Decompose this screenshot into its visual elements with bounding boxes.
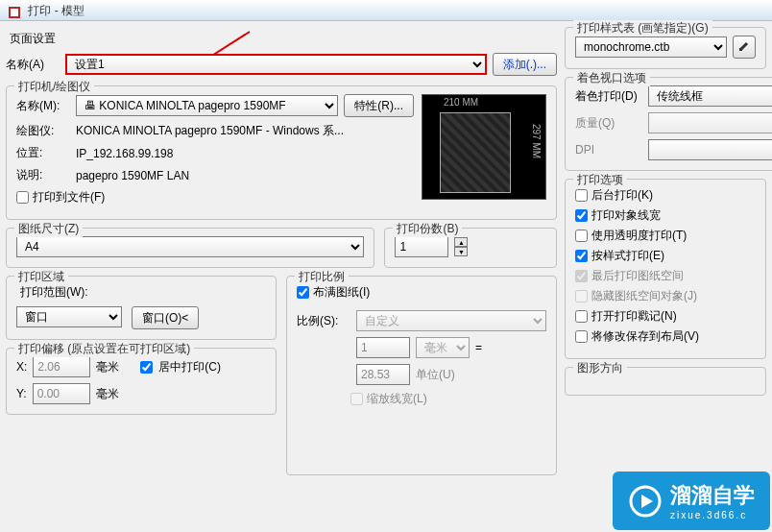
opt-last-checkbox <box>575 270 588 282</box>
name-label: 名称(A) <box>6 57 60 73</box>
add-button[interactable]: 添加(.)... <box>493 53 557 76</box>
x-label: X: <box>16 360 27 374</box>
window-button[interactable]: 窗口(O)< <box>132 306 199 329</box>
viewport-section: 着色视口选项 着色打印(D) 传统线框 质量(Q) DPI <box>565 77 772 171</box>
titlebar: 打印 - 模型 <box>0 0 772 21</box>
opt-bg-checkbox[interactable] <box>575 189 588 202</box>
opt-bg-label: 后台打印(K) <box>591 187 653 204</box>
ratio-label: 比例(S): <box>297 313 350 329</box>
paper-size-select[interactable]: A4 <box>16 236 364 257</box>
plotter-label: 绘图仪: <box>16 123 70 139</box>
pencil-icon <box>738 40 750 52</box>
den-unit: 单位(U) <box>416 367 455 383</box>
offset-section: 打印偏移 (原点设置在可打印区域) X: 毫米 居中打印(C) Y: 毫米 <box>6 348 277 415</box>
scale-section: 打印比例 布满图纸(I) 比例(S): 自定义 <box>286 276 557 475</box>
offset-x-input <box>33 356 90 377</box>
opt-hide-label: 隐藏图纸空间对象(J) <box>591 288 697 304</box>
print-options-section: 打印选项 后台打印(K) 打印对象线宽 使用透明度打印(T) 按样式打印(E) … <box>565 179 766 359</box>
fit-label: 布满图纸(I) <box>313 284 370 301</box>
range-label: 打印范围(W): <box>16 284 266 301</box>
ratio-select: 自定义 <box>356 310 546 331</box>
plot-style-select[interactable]: monochrome.ctb <box>575 36 727 58</box>
svg-marker-7 <box>641 495 653 508</box>
paper-size-section: 图纸尺寸(Z) A4 <box>6 228 374 268</box>
print-to-file-label: 打印到文件(F) <box>33 189 105 206</box>
copies-legend: 打印份数(B) <box>393 221 462 237</box>
printer-legend: 打印机/绘图仪 <box>14 79 94 95</box>
orientation-legend: 图形方向 <box>573 360 627 376</box>
opt-lw-checkbox[interactable] <box>575 209 588 222</box>
svg-rect-1 <box>11 9 18 16</box>
scale-den-input <box>356 364 410 385</box>
watermark-text: 溜溜自学 <box>670 481 755 510</box>
plot-style-legend: 打印样式表 (画笔指定)(G) <box>573 20 712 36</box>
quality-select <box>648 112 772 133</box>
preview-width: 210 MM <box>444 97 478 108</box>
watermark: 溜溜自学 zixue.3d66.c <box>613 472 770 530</box>
scale-legend: 打印比例 <box>295 269 349 285</box>
scale-lw-label: 缩放线宽(L) <box>367 391 427 407</box>
offset-y-input <box>33 383 90 404</box>
watermark-sub: zixue.3d66.c <box>670 510 755 520</box>
scale-num-input <box>356 337 410 358</box>
y-label: Y: <box>16 387 27 400</box>
shade-select[interactable]: 传统线框 <box>648 85 772 107</box>
paper-preview: 210 MM 297 MM <box>422 94 546 200</box>
location-value: IP_192.168.99.198 <box>76 147 173 160</box>
print-to-file-checkbox[interactable] <box>16 191 29 204</box>
shade-label: 着色打印(D) <box>575 88 642 105</box>
opt-hide-checkbox <box>575 290 588 302</box>
dpi-label: DPI <box>575 143 642 157</box>
print-options-legend: 打印选项 <box>573 172 627 188</box>
opt-stamp-label: 打开打印戳记(N) <box>591 308 677 325</box>
desc-value: pagepro 1590MF LAN <box>76 169 189 182</box>
scale-unit-select: 毫米 <box>416 337 470 358</box>
properties-button[interactable]: 特性(R)... <box>344 94 414 117</box>
page-settings-legend: 页面设置 <box>6 31 557 47</box>
location-label: 位置: <box>16 145 70 161</box>
fit-checkbox[interactable] <box>297 286 309 299</box>
orientation-section: 图形方向 <box>565 367 766 396</box>
opt-lw-label: 打印对象线宽 <box>591 207 661 224</box>
copies-up[interactable]: ▲ <box>454 237 468 247</box>
plotter-value: KONICA MINOLTA pagepro 1590MF - Windows … <box>76 123 344 139</box>
opt-style-label: 按样式打印(E) <box>591 248 664 264</box>
copies-input[interactable] <box>395 236 448 257</box>
y-unit: 毫米 <box>96 386 119 402</box>
opt-stamp-checkbox[interactable] <box>575 310 588 323</box>
center-label: 居中打印(C) <box>158 359 221 375</box>
scale-lw-checkbox <box>350 393 363 405</box>
opt-save-checkbox[interactable] <box>575 330 588 343</box>
svg-line-5 <box>741 43 747 49</box>
print-range-select[interactable]: 窗口 <box>16 306 122 327</box>
opt-last-label: 最后打印图纸空间 <box>591 268 684 284</box>
app-icon <box>8 5 21 18</box>
desc-label: 说明: <box>16 167 70 183</box>
print-area-legend: 打印区域 <box>14 269 68 285</box>
center-checkbox[interactable] <box>140 361 153 374</box>
page-settings-section: 页面设置 名称(A) 设置1 添加(.)... <box>6 27 557 85</box>
play-icon <box>628 484 663 519</box>
x-unit: 毫米 <box>96 359 119 375</box>
copies-section: 打印份数(B) ▲ ▼ <box>384 228 557 268</box>
eq-sign: = <box>475 341 482 354</box>
paper-size-legend: 图纸尺寸(Z) <box>14 221 83 237</box>
opt-trans-label: 使用透明度打印(T) <box>591 228 687 244</box>
opt-style-checkbox[interactable] <box>575 250 588 262</box>
printer-name-select[interactable]: 🖶 KONICA MINOLTA pagepro 1590MF <box>76 95 338 116</box>
plot-style-edit-button[interactable] <box>733 36 756 59</box>
print-area-section: 打印区域 打印范围(W): 窗口 窗口(O)< <box>6 276 277 340</box>
offset-legend: 打印偏移 (原点设置在可打印区域) <box>14 341 194 357</box>
title-text: 打印 - 模型 <box>28 4 84 17</box>
printer-section: 打印机/绘图仪 名称(M): 🖶 KONICA MINOLTA pagepro … <box>6 85 557 220</box>
dpi-input <box>648 139 772 160</box>
preview-height: 297 MM <box>531 124 542 158</box>
opt-save-label: 将修改保存到布局(V) <box>591 328 699 345</box>
plot-style-section: 打印样式表 (画笔指定)(G) monochrome.ctb <box>565 27 766 69</box>
viewport-legend: 着色视口选项 <box>573 70 650 86</box>
printer-name-label: 名称(M): <box>16 98 70 114</box>
opt-trans-checkbox[interactable] <box>575 230 588 242</box>
copies-down[interactable]: ▼ <box>454 247 468 256</box>
quality-label: 质量(Q) <box>575 115 642 132</box>
page-setup-name-select[interactable]: 设置1 <box>65 54 487 75</box>
